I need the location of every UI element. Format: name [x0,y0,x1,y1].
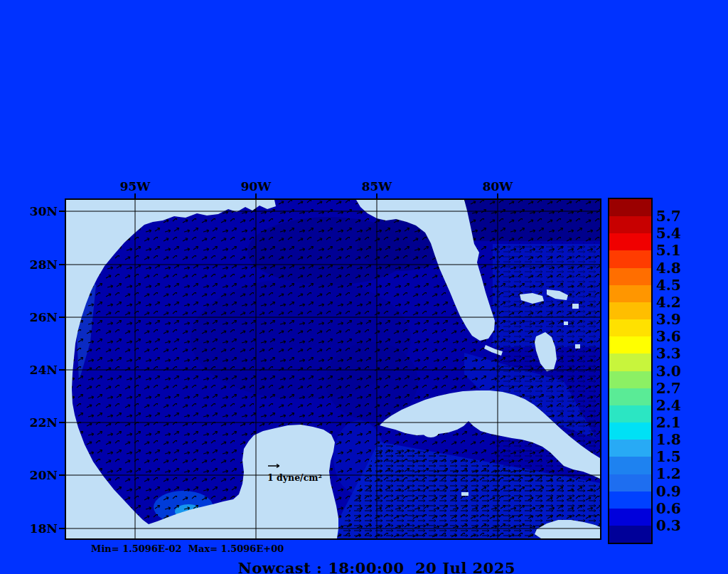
lon-tick-80w [497,193,498,199]
colorbar-tick-0.9: 0.9 [656,482,699,501]
colorbar-tick-1.8: 1.8 [656,430,699,449]
scale-label: 1 dyne/cm² [267,472,322,483]
colorbar-segment-13 [609,405,651,422]
colorbar-segment-7 [609,302,651,319]
lat-label-22n: 22N [18,415,58,430]
colorbar-tick-3.9: 3.9 [656,310,699,329]
colorbar-tick-2.1: 2.1 [656,413,699,432]
colorbar-segment-18 [609,491,651,509]
lat-tick-24n [59,369,65,371]
lat-label-26n: 26N [18,310,58,324]
land-isle-of-youth [423,427,439,437]
minmax-stats: Min= 1.5096E-02 Max= 1.5096E+00 [91,543,284,554]
colorbar-tick-0.3: 0.3 [656,516,699,535]
colorbar-segment-8 [609,319,651,336]
colorbar-tick-0.6: 0.6 [656,499,699,518]
colorbar-segment-4 [609,250,651,267]
lat-label-18n: 18N [18,521,58,536]
colorbar-tick-2.4: 2.4 [656,396,699,415]
colorbar-segment-11 [609,371,651,388]
lon-tick-85w [376,193,378,199]
colorbar-tick-1.5: 1.5 [656,447,699,466]
lat-tick-26n [59,317,65,318]
lat-tick-20n [59,474,65,476]
land-bahama-cay-2 [575,344,580,349]
lat-tick-22n [59,422,65,423]
colorbar-segment-10 [609,354,651,371]
colorbar-tick-4.2: 4.2 [656,293,699,312]
plot-title: Nowcast : 18:00:00 20 Jul 2025 [164,559,590,574]
colorbar-segment-5 [609,268,651,285]
lat-label-24n: 24N [18,363,58,377]
lat-label-20n: 20N [18,468,58,482]
lon-tick-90w [255,193,257,199]
colorbar-segment-1 [609,199,651,216]
lat-label-30n: 30N [18,204,58,218]
colorbar-tick-5.4: 5.4 [656,224,699,243]
colorbar-segment-20 [609,526,651,543]
colorbar-tick-3.6: 3.6 [656,327,699,346]
colorbar-segment-19 [609,509,651,526]
land-cayman [461,492,469,496]
colorbar-tick-5.7: 5.7 [656,207,699,225]
colorbar-segment-17 [609,474,651,491]
lon-label-85w: 85W [355,179,398,193]
colorbar [608,198,653,544]
lon-label-90w: 90W [235,179,277,193]
lon-label-80w: 80W [476,179,519,193]
lat-tick-28n [59,264,65,265]
land-bahama-cay-3 [564,321,568,325]
colorbar-segment-9 [609,336,651,354]
colorbar-segment-2 [609,216,651,233]
colorbar-segment-12 [609,388,651,405]
gulf-of-mexico-vector-map: 1 dyne/cm² [66,200,600,538]
lat-label-28n: 28N [18,257,58,272]
colorbar-segment-15 [609,440,651,457]
colorbar-segment-3 [609,233,651,250]
lat-tick-30n [59,211,65,212]
colorbar-tick-1.2: 1.2 [656,464,699,483]
lon-tick-95w [134,193,136,199]
colorbar-tick-5.1: 5.1 [656,241,699,260]
colorbar-segment-6 [609,285,651,302]
colorbar-segment-14 [609,422,651,440]
colorbar-segment-16 [609,457,651,474]
colorbar-tick-3.3: 3.3 [656,344,699,363]
lat-tick-18n [59,528,65,529]
colorbar-tick-2.7: 2.7 [656,379,699,398]
colorbar-tick-4.8: 4.8 [656,259,699,277]
lon-label-95w: 95W [114,179,156,193]
colorbar-tick-3.0: 3.0 [656,362,699,381]
colorbar-tick-4.5: 4.5 [656,276,699,294]
map-frame: 1 dyne/cm² [65,198,601,540]
nowcast-plot-page: { "title": "Nowcast : 18:00:00 20 Jul 20… [0,0,728,574]
land-bahama-cay-1 [572,304,579,309]
